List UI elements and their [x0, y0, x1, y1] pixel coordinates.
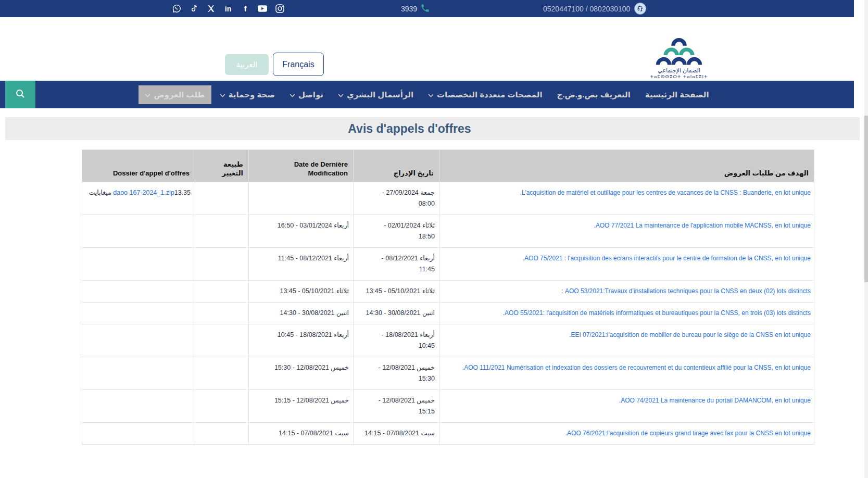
- facebook-icon[interactable]: f: [241, 4, 250, 14]
- insertion-date-cell: اثنين 30/08/2021 - 14:30: [354, 303, 439, 324]
- nav-item-label: الرأسمال البشري: [347, 90, 413, 99]
- nav-item[interactable]: الرأسمال البشري: [332, 85, 420, 104]
- dossier-cell: daoo 167-2024_1.zip13.35 ميغابايت: [82, 182, 195, 215]
- tender-title-link[interactable]: L'acquisition de matériel et outillage p…: [520, 189, 811, 196]
- nav-menu: الصفحة الرئيسيةالتعريف بص.و.ض.جالمصحات م…: [0, 81, 854, 108]
- phone-icon: [420, 3, 430, 15]
- logo-name-arabic: الضمان الإجتماعي: [647, 67, 711, 73]
- modification-date-cell: أربعاء 18/08/2021 - 10:45: [249, 324, 354, 357]
- whatsapp-icon[interactable]: [172, 4, 181, 14]
- title-band: Avis d'appels d'offres: [5, 117, 860, 140]
- cnss-logo-arches: [655, 35, 703, 65]
- tender-title-link[interactable]: AOO 74/2021 La maintenance du portail DA…: [619, 397, 811, 404]
- modification-date-cell: ثلاثاء 05/10/2021 - 13:45: [249, 281, 354, 303]
- hotline-number: 3939: [401, 0, 430, 17]
- site-header: العربية Français الضمان الإجتماعي ⵜⴰⵎⵙⵙⵓ…: [0, 17, 868, 81]
- support-agent-icon: [634, 3, 646, 15]
- tender-title-link[interactable]: AOO 55/2021: l'acquisition de matériels …: [503, 309, 811, 317]
- tender-objet-cell: AOO 111/2021 Numérisation et indexation …: [439, 357, 814, 390]
- chevron-down-icon: [290, 94, 295, 97]
- nav-item[interactable]: الصفحة الرئيسية: [639, 85, 715, 104]
- tender-objet-cell: AOO 74/2021 La maintenance du portail DA…: [439, 390, 814, 423]
- nav-item-label: صحة وحماية: [229, 90, 275, 99]
- col-header-dossier: Dossier d'appel d'offres: [82, 150, 195, 182]
- language-arabic-button[interactable]: العربية: [225, 54, 269, 75]
- tender-title-link[interactable]: AOO 111/2021 Numérisation et indexation …: [462, 364, 811, 371]
- insertion-date-cell: ثلاثاء 05/10/2021 - 13:45: [354, 281, 439, 303]
- modification-date-cell: أربعاء 08/12/2021 - 11:45: [249, 248, 354, 281]
- contact-numbers-text: 0520447100 / 0802030100: [543, 5, 630, 13]
- modification-date-cell: أربعاء 03/01/2024 - 16:50: [249, 215, 354, 248]
- modification-date-cell: خميس 12/08/2021 - 15:30: [249, 357, 354, 390]
- nav-item-label: التعريف بص.و.ض.ج: [557, 90, 631, 99]
- nav-item[interactable]: التعريف بص.و.ض.ج: [551, 85, 637, 104]
- change-nature-cell: [195, 390, 249, 423]
- table-body: L'acquisition de matériel et outillage p…: [82, 182, 814, 445]
- tender-objet-cell: L'acquisition de matériel et outillage p…: [439, 182, 814, 215]
- table-row: AOO 77/2021 La maintenance de l'applicat…: [82, 215, 814, 248]
- nav-item[interactable]: تواصل: [283, 85, 330, 104]
- nav-item[interactable]: طلب العروض: [139, 85, 211, 104]
- insertion-date-cell: جمعة 27/09/2024 -08:00: [354, 182, 439, 215]
- nav-item-label: الصفحة الرئيسية: [645, 90, 709, 99]
- table-row: AOO 111/2021 Numérisation et indexation …: [82, 357, 814, 390]
- chevron-down-icon: [428, 94, 434, 97]
- table-row: AOO 55/2021: l'acquisition de matériels …: [82, 303, 814, 324]
- tender-title-link[interactable]: AOO 75/2021 : l'acquisition des écrans i…: [523, 255, 811, 262]
- tender-title-link[interactable]: EEI 07/2021:l'acquisition de mobilier de…: [569, 331, 811, 338]
- scrollbar[interactable]: [864, 0, 868, 478]
- dossier-cell: [82, 281, 195, 303]
- dossier-cell: [82, 324, 195, 357]
- tender-objet-cell: AOO 75/2021 : l'acquisition des écrans i…: [439, 248, 814, 281]
- tenders-table: الهدف من طلبات العروض تاريخ الإدراج Date…: [82, 149, 814, 445]
- change-nature-cell: [195, 281, 249, 303]
- dossier-cell: [82, 390, 195, 423]
- table-row: AOO 53/2021:Travaux d'installations tech…: [82, 281, 814, 303]
- page: in f 3939 0520447100 / 0802030100 العربي…: [0, 0, 868, 478]
- dossier-cell: [82, 248, 195, 281]
- modification-date-cell: اثنين 30/08/2021 - 14:30: [249, 303, 354, 324]
- nav-item-label: المصحات متعددة التخصصات: [437, 90, 543, 99]
- instagram-icon[interactable]: [275, 4, 284, 14]
- change-nature-cell: [195, 248, 249, 281]
- dossier-cell: [82, 303, 195, 324]
- insertion-date-cell: أربعاء 18/08/2021 -10:45: [354, 324, 439, 357]
- page-title: Avis d'appels d'offres: [5, 117, 860, 140]
- change-nature-cell: [195, 324, 249, 357]
- nav-item-label: طلب العروض: [154, 90, 205, 99]
- table-row: EEI 07/2021:l'acquisition de mobilier de…: [82, 324, 814, 357]
- main-nav: الصفحة الرئيسيةالتعريف بص.و.ض.جالمصحات م…: [0, 81, 854, 108]
- logo-name-tifinagh: ⵜⴰⵎⵙⵙⵓⵔⵜ ⵜⴰⵏⴰⵎⵓⵏⵜ: [647, 74, 711, 79]
- language-french-button[interactable]: Français: [273, 53, 324, 76]
- youtube-icon[interactable]: [258, 4, 267, 14]
- chevron-down-icon: [338, 94, 344, 97]
- hotline-number-text: 3939: [401, 5, 417, 13]
- tender-objet-cell: AOO 76/2021:l'acquisition de copieurs gr…: [439, 423, 814, 445]
- change-nature-cell: [195, 357, 249, 390]
- tender-title-link[interactable]: AOO 76/2021:l'acquisition de copieurs gr…: [565, 430, 811, 437]
- col-header-modification-date: Date de Dernière Modification: [249, 150, 354, 182]
- tender-title-link[interactable]: AOO 53/2021:Travaux d'installations tech…: [561, 287, 811, 295]
- dossier-zip-link[interactable]: daoo 167-2024_1.zip: [113, 189, 174, 196]
- tender-objet-cell: EEI 07/2021:l'acquisition de mobilier de…: [439, 324, 814, 357]
- tender-objet-cell: AOO 53/2021:Travaux d'installations tech…: [439, 281, 814, 303]
- insertion-date-cell: خميس 12/08/2021 -15:15: [354, 390, 439, 423]
- social-icons: in f: [172, 0, 284, 17]
- change-nature-cell: [195, 423, 249, 445]
- contact-numbers: 0520447100 / 0802030100: [543, 0, 646, 17]
- table-row: AOO 74/2021 La maintenance du portail DA…: [82, 390, 814, 423]
- x-icon[interactable]: [206, 4, 216, 14]
- insertion-date-cell: أربعاء 08/12/2021 -11:45: [354, 248, 439, 281]
- tiktok-icon[interactable]: [189, 4, 198, 14]
- nav-item[interactable]: صحة وحماية: [213, 85, 281, 104]
- chevron-down-icon: [220, 94, 225, 97]
- tenders-table-wrap: الهدف من طلبات العروض تاريخ الإدراج Date…: [82, 149, 814, 445]
- modification-date-cell: سبت 07/08/2021 - 14:15: [249, 423, 354, 445]
- linkedin-icon[interactable]: in: [223, 4, 233, 14]
- nav-item[interactable]: المصحات متعددة التخصصات: [422, 85, 549, 104]
- col-header-change-nature: طبيعة التغيير: [195, 150, 249, 182]
- scrollbar-thumb[interactable]: [864, 116, 868, 282]
- tender-title-link[interactable]: AOO 77/2021 La maintenance de l'applicat…: [594, 222, 811, 229]
- dossier-cell: [82, 357, 195, 390]
- col-header-objet: الهدف من طلبات العروض: [439, 150, 814, 182]
